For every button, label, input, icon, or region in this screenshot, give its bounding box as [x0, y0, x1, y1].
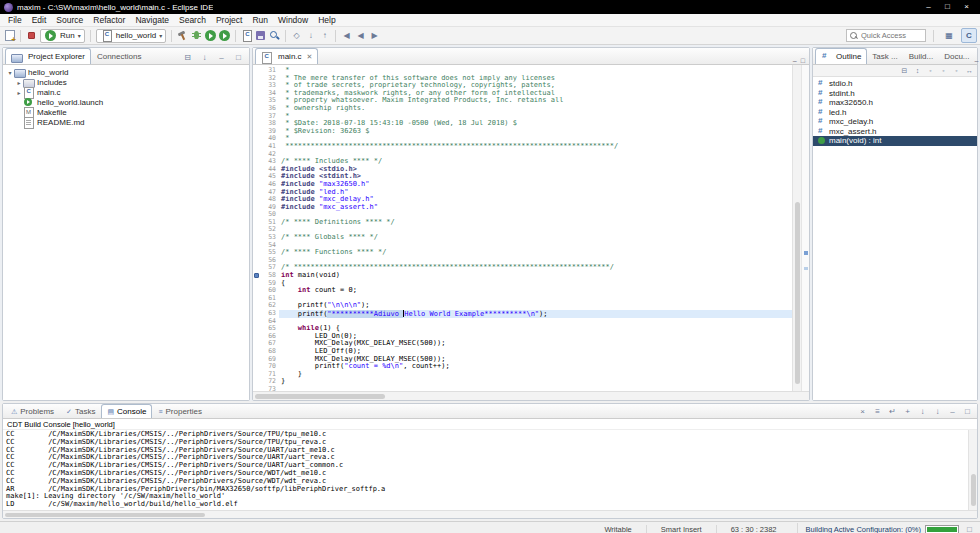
menu-run[interactable]: Run: [247, 15, 273, 25]
run-history-button[interactable]: [204, 29, 217, 42]
scroll-lock-button[interactable]: ≡: [871, 405, 884, 418]
code-line[interactable]: 69 MXC_Delay(MXC_DELAY_MSEC(500));: [253, 356, 792, 364]
tab-properties[interactable]: ≡Properties: [152, 404, 208, 418]
terminate-button[interactable]: [25, 29, 38, 42]
menu-help[interactable]: Help: [313, 15, 340, 25]
code-line[interactable]: 39 * $Revision: 36263 $: [253, 128, 792, 136]
maximize-button[interactable]: □: [938, 0, 957, 14]
view-tab-task[interactable]: Task ...: [867, 48, 902, 64]
close-button[interactable]: ×: [957, 0, 976, 14]
outline-item-stdint-h[interactable]: stdint.h: [813, 89, 977, 99]
outline-item-mxc-delay-h[interactable]: mxc_delay.h: [813, 117, 977, 127]
menu-refactor[interactable]: Refactor: [88, 15, 130, 25]
back-button[interactable]: ◀: [354, 29, 367, 42]
mark-occurrences-button[interactable]: ◇: [290, 29, 303, 42]
code-line[interactable]: 31 *: [253, 67, 792, 75]
new-c-file-button[interactable]: [240, 29, 253, 42]
code-line[interactable]: 44#include <stdio.h>: [253, 166, 792, 174]
code-line[interactable]: 67 MXC_Delay(MXC_DELAY_MSEC(500));: [253, 340, 792, 348]
code-line[interactable]: 49#include "mxc_assert.h": [253, 204, 792, 212]
menu-file[interactable]: File: [3, 15, 27, 25]
code-line[interactable]: 60 int count = 0;: [253, 287, 792, 295]
menu-search[interactable]: Search: [174, 15, 211, 25]
minimize-view-button[interactable]: –: [946, 405, 959, 418]
twistie-icon[interactable]: ▸: [15, 79, 23, 86]
code-line[interactable]: 57/* ***********************************…: [253, 264, 792, 272]
minimize-view-button[interactable]: –: [975, 57, 979, 64]
forward-button[interactable]: ▶: [368, 29, 381, 42]
menu-source[interactable]: Source: [51, 15, 88, 25]
code-line[interactable]: 47#include "led.h": [253, 189, 792, 197]
quick-access-input[interactable]: [861, 31, 921, 40]
code-line[interactable]: 36 * ownership rights.: [253, 105, 792, 113]
external-tools-button[interactable]: [218, 29, 231, 42]
code-line[interactable]: 35 * property whatsoever. Maxim Integrat…: [253, 97, 792, 105]
code-line[interactable]: 62 printf("\n\n\n");: [253, 302, 792, 310]
hide-static-button[interactable]: ◦: [938, 65, 949, 76]
tab-console[interactable]: ▤Console: [101, 404, 152, 418]
cpp-perspective-button[interactable]: C: [961, 28, 977, 43]
previous-annotation-button[interactable]: ↑: [318, 29, 331, 42]
tree-item-readme-md[interactable]: README.md: [3, 117, 249, 127]
tab-project-explorer[interactable]: Project Explorer: [5, 48, 91, 64]
minimize-view-button[interactable]: –: [215, 51, 228, 64]
code-line[interactable]: 63 printf("**********Adiuvo Hello World …: [253, 310, 792, 318]
build-button[interactable]: [176, 29, 189, 42]
code-lines[interactable]: 31 *32 * The mere transfer of this softw…: [253, 65, 792, 391]
hide-fields-button[interactable]: ◦: [925, 65, 936, 76]
outline-item-main-void-int[interactable]: main(void) : int: [813, 136, 977, 146]
debug-button[interactable]: [190, 29, 203, 42]
search-button[interactable]: [268, 29, 281, 42]
collapse-all-button[interactable]: ⊟: [181, 51, 194, 64]
code-line[interactable]: 56: [253, 257, 792, 265]
code-line[interactable]: 65 while(1) {: [253, 325, 792, 333]
close-tab-icon[interactable]: ✕: [307, 53, 313, 61]
view-menu-button[interactable]: ↓: [198, 51, 211, 64]
progress-view-button[interactable]: □: [963, 523, 976, 533]
new-button[interactable]: [3, 29, 16, 42]
tab-problems[interactable]: ⚠Problems: [5, 404, 60, 418]
maximize-view-button[interactable]: □: [961, 405, 974, 418]
code-line[interactable]: 45#include <stdint.h>: [253, 173, 792, 181]
link-with-editor-button[interactable]: ↔: [964, 65, 975, 76]
tab-main-c[interactable]: main.c ✕: [255, 48, 318, 64]
code-line[interactable]: 61: [253, 295, 792, 303]
code-line[interactable]: 70 printf("count = %d\n", count++);: [253, 363, 792, 371]
code-line[interactable]: 46#include "max32650.h": [253, 181, 792, 189]
quick-access[interactable]: [846, 29, 926, 42]
code-line[interactable]: 72}: [253, 378, 792, 386]
next-annotation-button[interactable]: ↓: [304, 29, 317, 42]
code-line[interactable]: 71 }: [253, 371, 792, 379]
sort-button[interactable]: ↕: [912, 65, 923, 76]
code-line[interactable]: 33 * of trade secrets, proprietary techn…: [253, 82, 792, 90]
console-vertical-scrollbar[interactable]: [968, 430, 977, 510]
hide-non-public-button[interactable]: ◦: [951, 65, 962, 76]
run-button[interactable]: Run ▾: [40, 29, 85, 43]
code-line[interactable]: 59{: [253, 280, 792, 288]
word-wrap-button[interactable]: ↵: [886, 405, 899, 418]
outline-item-max32650-h[interactable]: max32650.h: [813, 98, 977, 108]
code-line[interactable]: 43/* **** Includes **** */: [253, 158, 792, 166]
minimize-view-button[interactable]: –: [793, 57, 797, 64]
build-progress[interactable]: Building Active Configuration: (0%) □: [797, 523, 976, 533]
editor-horizontal-scrollbar[interactable]: [253, 391, 809, 400]
console-horizontal-scrollbar[interactable]: [3, 510, 977, 518]
code-line[interactable]: 68 LED_Off(0);: [253, 348, 792, 356]
minimize-button[interactable]: –: [919, 0, 938, 14]
code-line[interactable]: 55/* **** Functions **** */: [253, 249, 792, 257]
menu-navigate[interactable]: Navigate: [130, 15, 174, 25]
tab-outline[interactable]: Outline: [815, 48, 867, 64]
console-output[interactable]: CC /C/MaximSDK/Libraries/CMSIS/../Periph…: [3, 430, 968, 510]
code-line[interactable]: 42: [253, 151, 792, 159]
code-line[interactable]: 58int main(void): [253, 272, 792, 280]
twistie-icon[interactable]: ▸: [15, 89, 23, 96]
clear-console-button[interactable]: ×: [856, 405, 869, 418]
code-line[interactable]: 40 *: [253, 135, 792, 143]
collapse-all-button[interactable]: ⊟: [899, 65, 910, 76]
code-line[interactable]: 54: [253, 242, 792, 250]
tab-tasks[interactable]: ✓Tasks: [60, 404, 101, 418]
code-line[interactable]: 53/* **** Globals **** */: [253, 234, 792, 242]
tree-item-makefile[interactable]: Makefile: [3, 107, 249, 117]
code-line[interactable]: 38 * $Date: 2018-07-18 15:43:10 -0500 (W…: [253, 120, 792, 128]
code-line[interactable]: 48#include "mxc_delay.h": [253, 196, 792, 204]
